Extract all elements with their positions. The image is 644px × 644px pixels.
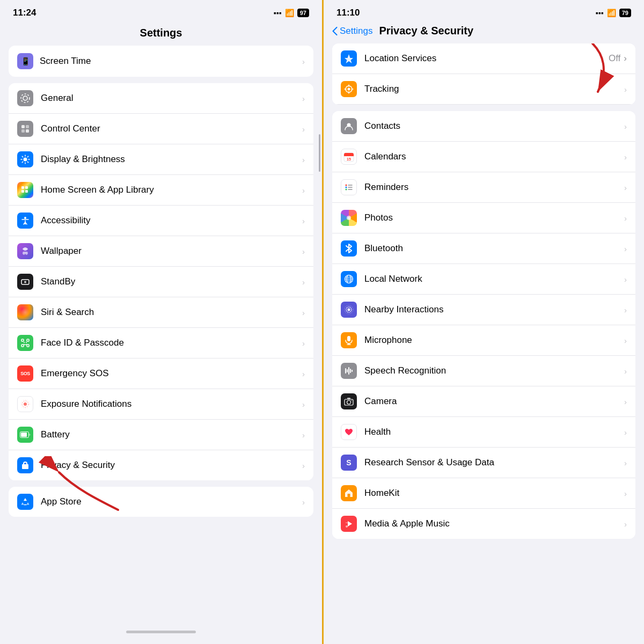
faceid-icon [17, 335, 33, 351]
faceid-chevron: › [302, 339, 305, 348]
homescreen-row[interactable]: Home Screen & App Library › [9, 175, 313, 206]
svg-rect-70 [348, 367, 349, 375]
svg-point-28 [26, 342, 27, 343]
svg-point-19 [24, 217, 26, 219]
nearby-chevron: › [624, 305, 627, 314]
siri-row[interactable]: Siri & Search › [9, 297, 313, 328]
battery-row[interactable]: Battery › [9, 420, 313, 450]
right-nav-bar: Settings Privacy & Security [324, 23, 644, 43]
right-time: 11:10 [336, 8, 360, 18]
location-label: Location Services [364, 53, 436, 64]
homekit-row[interactable]: HomeKit › [332, 478, 635, 509]
nearby-row[interactable]: Nearby Interactions › [332, 295, 635, 325]
svg-line-12 [27, 162, 28, 162]
accessibility-icon [17, 213, 33, 229]
microphone-row[interactable]: Microphone › [332, 325, 635, 356]
contacts-row[interactable]: Contacts › [332, 111, 635, 142]
sos-row[interactable]: SOS Emergency SOS › [9, 358, 313, 389]
standby-chevron: › [302, 277, 305, 287]
exposure-label: Exposure Notifications [41, 399, 131, 409]
speech-row[interactable]: Speech Recognition › [332, 356, 635, 386]
privacy-row[interactable]: Privacy & Security › [9, 450, 313, 480]
nearby-icon [341, 302, 357, 318]
svg-point-38 [348, 88, 350, 91]
svg-line-13 [27, 156, 28, 157]
accessibility-label: Accessibility [41, 215, 91, 226]
svg-rect-4 [21, 129, 25, 133]
homekit-label: HomeKit [364, 488, 399, 499]
tracking-icon [341, 81, 357, 97]
exposure-row[interactable]: Exposure Notifications › [9, 389, 313, 420]
location-row[interactable]: Location Services Off › [332, 43, 635, 74]
general-row[interactable]: General › [9, 83, 313, 114]
location-value: Off › [609, 53, 627, 64]
calendars-icon: 15 [341, 149, 357, 165]
svg-point-6 [24, 158, 27, 162]
svg-rect-33 [21, 433, 27, 437]
svg-rect-23 [21, 339, 24, 341]
svg-point-0 [23, 96, 27, 100]
left-battery: 97 [297, 9, 309, 17]
svg-rect-75 [347, 398, 350, 399]
svg-point-74 [347, 400, 351, 404]
tracking-row[interactable]: Tracking › [332, 74, 635, 105]
location-chevron: › [624, 53, 627, 64]
photos-label: Photos [364, 213, 393, 223]
appstore-row[interactable]: App Store › [9, 487, 313, 517]
svg-rect-68 [345, 368, 346, 374]
svg-text:15: 15 [347, 157, 351, 161]
svg-line-11 [22, 156, 23, 157]
reminders-row[interactable]: Reminders › [332, 172, 635, 203]
faceid-row[interactable]: Face ID & Passcode › [9, 328, 313, 358]
svg-point-1 [21, 94, 30, 103]
display-icon [17, 151, 33, 167]
standby-row[interactable]: StandBy › [9, 267, 313, 297]
accessibility-row[interactable]: Accessibility › [9, 206, 313, 236]
svg-point-62 [348, 309, 350, 311]
tracking-label: Tracking [364, 84, 399, 94]
sos-icon: SOS [17, 365, 33, 382]
back-button[interactable]: Settings [332, 26, 372, 36]
general-icon [17, 90, 33, 106]
tracking-chevron: › [624, 85, 627, 94]
health-label: Health [364, 427, 391, 437]
camera-row[interactable]: Camera › [332, 386, 635, 417]
reminders-icon [341, 179, 357, 195]
bluetooth-row[interactable]: Bluetooth › [332, 233, 635, 264]
calendars-chevron: › [624, 152, 627, 162]
privacy-label: Privacy & Security [41, 460, 115, 471]
standby-label: StandBy [41, 276, 75, 287]
research-row[interactable]: S Research Sensor & Usage Data › [332, 448, 635, 478]
screentime-row[interactable]: 📱 Screen Time › [9, 46, 313, 77]
svg-rect-2 [21, 125, 25, 128]
photos-row[interactable]: Photos › [332, 203, 635, 233]
right-status-icons: ▪▪▪ 📶 79 [596, 9, 631, 17]
svg-rect-77 [348, 494, 350, 497]
calendars-row[interactable]: 15 Calendars › [332, 142, 635, 172]
control-center-row[interactable]: Control Center › [9, 114, 313, 144]
left-time: 11:24 [13, 8, 36, 18]
wallpaper-row[interactable]: Wallpaper › [9, 236, 313, 267]
svg-rect-17 [21, 190, 24, 193]
screentime-icon: 📱 [17, 53, 33, 69]
media-row[interactable]: Media & Apple Music › [332, 509, 635, 539]
speech-icon [341, 363, 357, 379]
control-icon [17, 121, 33, 137]
contacts-icon [341, 118, 357, 134]
svg-point-49 [346, 185, 347, 186]
wallpaper-label: Wallpaper [41, 246, 82, 257]
network-row[interactable]: Local Network › [332, 264, 635, 295]
general-chevron: › [302, 94, 305, 103]
display-row[interactable]: Display & Brightness › [9, 144, 313, 175]
health-icon [341, 424, 357, 440]
screentime-chevron: › [302, 57, 305, 66]
photos-icon [341, 210, 357, 226]
right-signal-icon: ▪▪▪ [596, 9, 604, 17]
research-icon: S [341, 455, 357, 471]
left-scrollbar[interactable] [319, 134, 320, 172]
accessibility-chevron: › [302, 216, 305, 225]
health-row[interactable]: Health › [332, 417, 635, 448]
homekit-icon [341, 485, 357, 501]
svg-rect-16 [25, 186, 28, 189]
standby-icon [17, 274, 33, 290]
